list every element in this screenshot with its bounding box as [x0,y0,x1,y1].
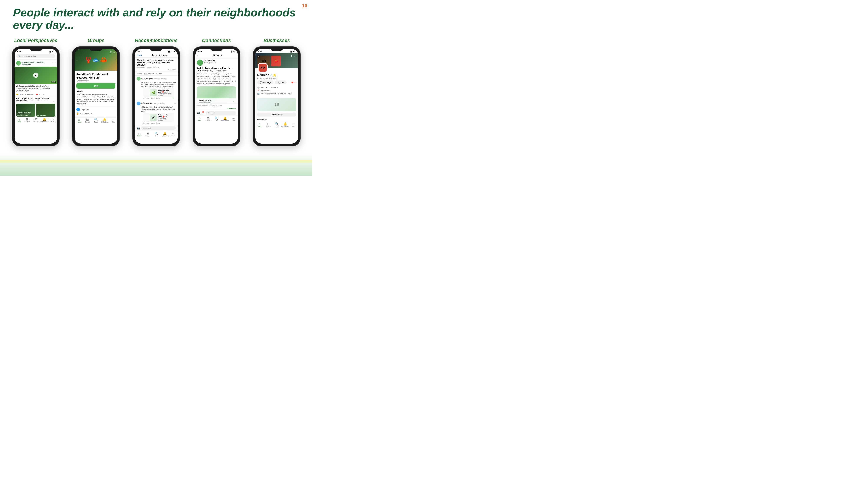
popular-more-dots[interactable]: ··· [53,100,55,103]
next-arrow[interactable]: › [115,58,116,61]
user-name-1: Tina Weymouth + 22 Ashby Gardeners [22,61,52,65]
like-btn-3[interactable]: 🤍 Like [137,73,142,75]
battery-icon-5: ▮ [294,51,295,53]
comment-input-row-3: 📷 Comment [135,125,178,131]
nav-more-1[interactable]: ··· More [49,118,57,123]
wifi-icon: ▾ [52,51,53,53]
comment-input-3[interactable]: Comment [141,126,176,130]
clock-icon-5: 🕐 [257,87,260,89]
header-title-4: General [199,54,236,57]
nav-home-4[interactable]: ⌂ Home [195,117,204,122]
join-button[interactable]: Join [76,83,116,89]
posted-label-3: Posted in Ask a neighbor to Anyone [137,67,176,68]
more-icon-1: ··· [52,118,54,121]
video-thumb-1[interactable]: ▶ 0:08 [14,67,57,84]
commenter-header-2: Kate Johnson Northgate-Waverly ··· [137,101,176,105]
thank-btn[interactable]: 🙂 Thank [16,94,23,95]
home-label-5: Home [258,126,261,127]
nav-home-5[interactable]: ⌂ Home [255,122,264,127]
call-button-5[interactable]: 📞 Call [275,80,287,85]
more-icon-5[interactable]: ··· [294,55,296,58]
nav-notif-5[interactable]: 🔔 Notifications [281,122,289,127]
nav-finds-3[interactable]: 🔍 Finds [152,132,160,137]
nav-finds-4[interactable]: 🔍 Finds [212,117,221,122]
upvote-1[interactable]: +1 [173,98,176,99]
camera-icon-3[interactable]: 📷 [137,127,140,130]
search-box-1[interactable]: 🔍 Search Nextdoor [16,54,55,58]
back-icon-4[interactable]: ← [197,54,199,57]
phone-screen-1: 9:41 ▌▌▌ ▾ ▮ 🔍 Search Nextdoor [14,49,57,143]
nav-notif-3[interactable]: 🔔 Notifications [161,132,169,137]
nav-home-1[interactable]: ⌂ Home [14,118,23,123]
action-row-5: 💬 Message 📞 Call ❤️ 37 [257,80,296,85]
nav-groups-5[interactable]: ⊞ Groups [264,122,272,127]
reply-btn-2[interactable]: Reply [156,122,160,124]
groups-icon-2: ⊞ [86,118,89,121]
location-icon-4[interactable]: 📍 [202,111,205,114]
camera-icon-4[interactable]: 📷 [197,111,200,114]
member-count: 1,624 members [76,80,116,82]
verified-icon-5: ✓ [270,74,272,76]
home-icon-2: ⌂ [78,118,80,121]
search-bar-1[interactable]: 🔍 Search Nextdoor [14,53,57,60]
nav-groups-4[interactable]: ⊞ Groups [204,117,212,122]
nav-more-2[interactable]: ··· More [109,118,117,123]
share-icon-5[interactable]: ⬆ [290,55,293,58]
back-icon-5[interactable]: ‹ [257,55,260,59]
nav-home-3[interactable]: ⌂ Home [135,132,144,137]
map-4[interactable]: 86 Cardigan St Jericho, Oxford, UK › [197,86,236,104]
nav-groups-3[interactable]: ⊞ Groups [144,132,152,137]
comment-btn-3[interactable]: 💬 Comment [144,73,154,75]
message-button-5[interactable]: 💬 Message [257,80,274,85]
nav-groups-1[interactable]: ⊞ Groups [23,118,31,123]
grid-item-1b[interactable]: Bob cats baby [36,104,55,117]
directions-button-5[interactable]: Get directions [257,112,296,117]
dropdown-icon-5[interactable]: ▾ [277,87,278,89]
chevron-right-4[interactable]: › [234,100,235,103]
comment-more-1[interactable]: ··· [174,78,176,80]
biz-card-2[interactable]: 🌶 Oaktown Spice Shop ❤️ 18 46 Grand Ave,… [143,113,174,122]
comment-count: 14 [42,94,44,95]
biz-photo-2[interactable]: 🍅 [271,56,281,66]
finds-icon-5: 🔍 [275,122,279,125]
grid-item-1a[interactable]: Happy Holidays. I have seen so many nega… [16,104,35,117]
nav-finds-2[interactable]: 🔍 Finds [92,118,100,123]
group-header-image: ‹ 🦞🐟🦀 › ⬆ ··· [75,49,117,71]
nav-more-3[interactable]: ··· More [169,132,178,137]
nav-notif-2[interactable]: 🔔 Notifications [100,118,109,123]
message-icon-5: 💬 [260,82,262,84]
more-dots-1[interactable]: ··· [53,62,55,64]
prev-arrow[interactable]: ‹ [76,58,78,61]
nav-notif-4[interactable]: 🔔 Notifications [221,117,229,122]
search-icon: 🔍 [19,55,21,57]
share-icon-2[interactable]: ⬆ [110,51,112,54]
groups-label-5: Groups [266,126,270,127]
heart-count-5[interactable]: ❤️ 37 [291,80,296,85]
comment-input-4[interactable]: Comment [206,111,236,115]
hours-row-5: 🕐 7:00 AM – 10:00 PM ▾ [257,86,296,89]
play-button-1[interactable]: ▶ [33,73,38,78]
nav-forsale-1[interactable]: 🏷 For Sale [31,118,40,123]
phone-column-recommendations: Recommendations 9:41 ▌▌▌ ▾ ▮ ‹ Ba [129,38,183,146]
time-4: 9:25 [198,50,202,53]
comment-btn[interactable]: 💬 Comment [25,94,34,95]
nav-more-4[interactable]: ··· More [229,117,238,122]
nav-finds-5[interactable]: 🔍 Finds [273,122,281,127]
home-icon-3: ⌂ [138,132,140,135]
share-btn-3[interactable]: ↗ Share [156,73,162,75]
map-5[interactable]: 🗺 [257,98,296,111]
nav-notif-1[interactable]: 🔔 Notifications [40,118,49,123]
comment-more-2[interactable]: ··· [174,102,176,104]
back-button-3[interactable]: ‹ Back [137,54,142,56]
biz-card-1[interactable]: 🌿 Magnolia Mini Mart ❤️ 23 2311 Magnolia… [143,88,174,97]
nav-home-2[interactable]: ⌂ Home [75,118,83,123]
nav-more-5[interactable]: ··· More [289,122,298,127]
agree-btn-1[interactable]: Agree [151,98,155,99]
reply-btn-1[interactable]: Reply [156,98,160,99]
nav-groups-2[interactable]: ⊞ Groups [83,118,92,123]
battery-icon-4: ▮ [235,51,235,53]
agree-btn-2[interactable]: Agree [151,122,155,124]
more-icon-2[interactable]: ··· [113,51,116,54]
posted-note-4: Posted in General to 26 neighbourhoods [195,104,238,107]
building-icon-5: 🏢 [257,93,260,95]
